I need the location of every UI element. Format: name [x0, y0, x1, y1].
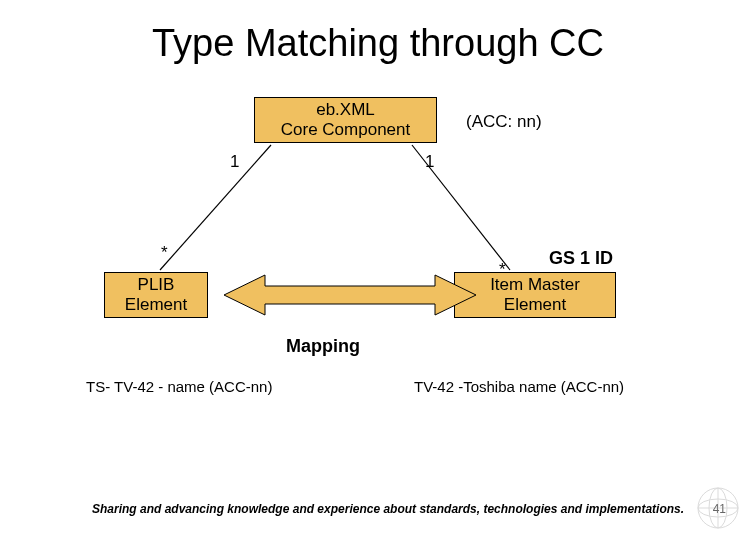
diagram-lines [0, 0, 756, 540]
label-one-right: 1 [425, 152, 434, 172]
svg-line-0 [160, 145, 271, 270]
box-ebxml-cc: eb.XML Core Component [254, 97, 437, 143]
globe-icon [696, 486, 740, 530]
label-gs1-id: GS 1 ID [549, 248, 613, 269]
label-one-left: 1 [230, 152, 239, 172]
footer-text: Sharing and advancing knowledge and expe… [92, 502, 684, 516]
box-item-master-element: Item Master Element [454, 272, 616, 318]
label-acc: (ACC: nn) [466, 112, 542, 132]
slide-title: Type Matching through CC [0, 22, 756, 65]
box-item-master-element-text: Item Master Element [490, 275, 580, 314]
svg-marker-2 [224, 275, 476, 315]
box-plib-element: PLIB Element [104, 272, 208, 318]
box-plib-element-text: PLIB Element [125, 275, 187, 314]
example-left: TS- TV-42 - name (ACC-nn) [86, 378, 272, 395]
label-mapping: Mapping [286, 336, 360, 357]
mapping-arrow-icon [224, 275, 476, 315]
box-ebxml-cc-text: eb.XML Core Component [281, 100, 410, 139]
label-star-left: * [161, 243, 168, 263]
example-right: TV-42 -Toshiba name (ACC-nn) [414, 378, 624, 395]
